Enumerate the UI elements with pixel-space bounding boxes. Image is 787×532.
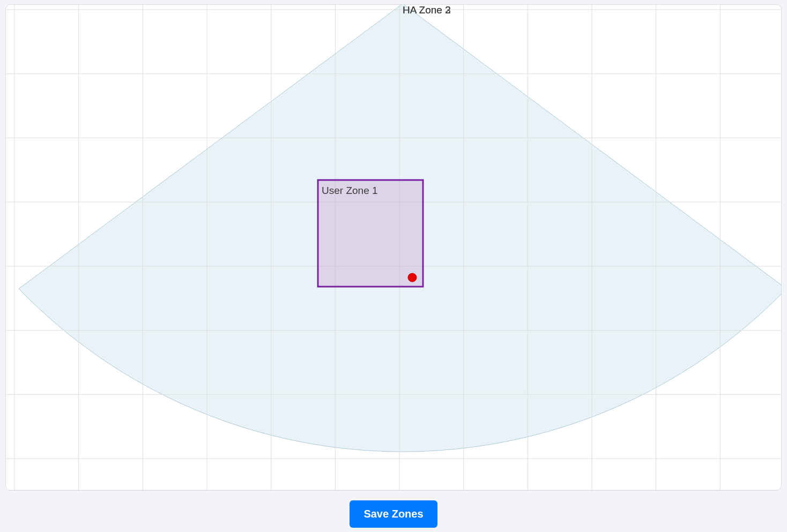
button-row: Save Zones (5, 500, 782, 528)
zone-editor-canvas[interactable]: HA Zone 2 HA Zone 3 User Zone 1 (5, 4, 782, 491)
user-zone-1[interactable] (318, 180, 423, 287)
save-zones-button[interactable]: Save Zones (350, 500, 437, 528)
target-point[interactable] (408, 273, 417, 282)
